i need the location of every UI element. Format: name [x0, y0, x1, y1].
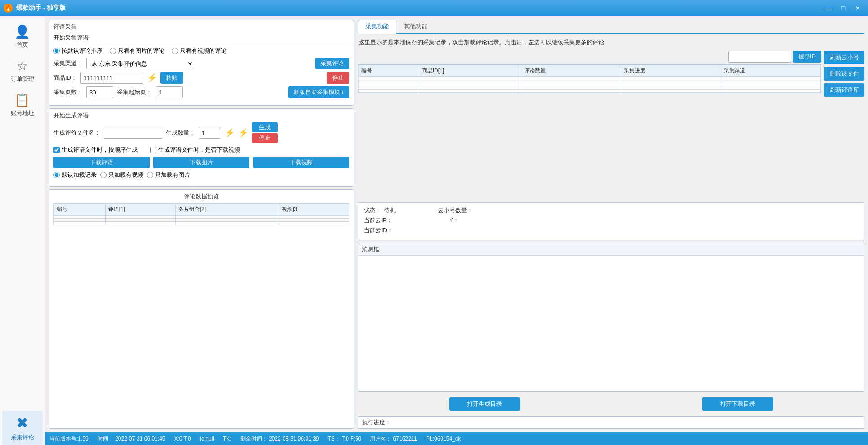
channel-label: 采集渠道：: [53, 59, 83, 67]
table-row: [359, 80, 821, 83]
stop-btn-2[interactable]: 停止: [252, 133, 278, 143]
generate-btn-group: 生成 停止: [252, 122, 278, 143]
new-module-btn[interactable]: 新版自助采集模块+: [288, 86, 349, 98]
collection-group: 评语采集 开始采集评语 按默认评论排序 只看有图片的评论: [49, 20, 354, 106]
load-video-radio[interactable]: [100, 172, 107, 178]
download-review-btn[interactable]: 下载评语: [53, 157, 150, 168]
maximize-button[interactable]: □: [837, 3, 850, 13]
checkbox-sequence[interactable]: 生成评语文件时，按顺序生成: [53, 146, 138, 154]
tk-label: TK:: [223, 436, 231, 442]
open-generate-dir-btn[interactable]: 打开生成目录: [449, 397, 520, 411]
load-video[interactable]: 只加载有视频: [100, 171, 143, 179]
search-btn[interactable]: 搜寻ID: [793, 51, 821, 63]
download-video-btn[interactable]: 下载视频: [253, 157, 349, 168]
ts-label: TS： T:0 F:50: [328, 435, 361, 443]
stop-btn-1[interactable]: 停止: [327, 72, 349, 84]
file-name-input[interactable]: [104, 127, 162, 139]
load-video-label: 只加载有视频: [108, 171, 143, 179]
cloud-ip-value: [395, 216, 431, 225]
collection-table-body: [359, 77, 821, 93]
remaining-label: 剩余时间： 2022-08-31 06:01:39: [240, 435, 319, 443]
product-id-row: 商品ID： ⚡ 粘贴 停止: [53, 72, 349, 84]
load-default[interactable]: 默认加载记录: [53, 171, 97, 179]
generate-count-input[interactable]: [199, 127, 221, 139]
tab-bar: 采集功能 其他功能: [358, 20, 864, 34]
cloud-ip-label: 当前云IP：: [364, 216, 392, 225]
load-options-row: 默认加载记录 只加载有视频 只加载有图片: [53, 171, 349, 179]
generate-count-label: 生成数量：: [166, 129, 195, 137]
open-download-dir-btn[interactable]: 打开下载目录: [702, 397, 773, 411]
load-image-radio[interactable]: [147, 172, 153, 178]
sidebar-item-account[interactable]: 📋 账号地址: [2, 89, 43, 121]
username-label: 用户名： 67162211: [370, 435, 417, 443]
right-side-buttons: 刷新云小号 删除该文件 刷新评语库: [824, 51, 864, 97]
sidebar-item-orders[interactable]: ☆ 订单管理: [2, 55, 43, 87]
tab-collect[interactable]: 采集功能: [358, 20, 396, 34]
pages-input[interactable]: [86, 86, 113, 98]
table-row: [54, 219, 349, 222]
minimize-button[interactable]: —: [822, 3, 836, 13]
product-id-input[interactable]: [80, 72, 143, 84]
checkbox-sequence-input[interactable]: [53, 147, 60, 153]
coll-col-no: 编号: [359, 65, 419, 77]
checkbox-sequence-label: 生成评语文件时，按顺序生成: [62, 146, 138, 154]
sidebar-label-account: 账号地址: [11, 109, 34, 117]
preview-table: 编号 评语[1] 图片组合[2] 视频[3]: [53, 203, 349, 225]
panels: 评语采集 开始采集评语 按默认评论排序 只看有图片的评论: [45, 16, 868, 432]
tab-other[interactable]: 其他功能: [396, 20, 435, 33]
sort-video-label: 只看有视频的评论: [180, 47, 227, 55]
load-image[interactable]: 只加载有图片: [147, 171, 190, 179]
cloud-count-label: 云小号数量：: [438, 207, 473, 215]
checkboxes-row: 生成评语文件时，按顺序生成 生成评语文件时，是否下载视频: [53, 146, 349, 154]
table-row: [359, 90, 821, 93]
checkbox-video-input[interactable]: [150, 147, 156, 153]
sidebar-item-collect[interactable]: ✖ 采集评论: [2, 411, 43, 445]
status-state-value: 待机: [384, 207, 420, 215]
sort-video-radio[interactable]: [172, 48, 178, 54]
pages-label: 采集页数：: [53, 88, 83, 96]
channel-select[interactable]: 从 京东 采集评价信息 从 淘宝 采集评价信息: [86, 58, 194, 69]
search-row: 搜寻ID: [358, 51, 821, 63]
paste-btn[interactable]: 粘贴: [160, 72, 183, 84]
status-cloud-count: 云小号数量：: [438, 207, 512, 215]
generate-btn[interactable]: 生成: [252, 122, 278, 132]
message-box-container: 消息框: [358, 243, 864, 392]
sort-image[interactable]: 只看有图片的评论: [110, 47, 165, 55]
sort-image-radio[interactable]: [110, 48, 116, 54]
start-page-label: 采集起始页：: [117, 88, 152, 96]
refresh-cloud-btn[interactable]: 刷新云小号: [824, 51, 864, 64]
lightning-icon-2: ⚡: [225, 128, 235, 138]
sidebar-label-orders: 订单管理: [11, 75, 34, 83]
product-id-label: 商品ID：: [53, 74, 77, 82]
refresh-review-btn[interactable]: 刷新评语库: [824, 83, 864, 97]
download-image-btn[interactable]: 下载图片: [153, 157, 249, 168]
pages-row: 采集页数： 采集起始页： 新版自助采集模块+: [53, 86, 349, 98]
checkbox-video[interactable]: 生成评语文件时，是否下载视频: [150, 146, 240, 154]
delete-file-btn[interactable]: 删除该文件: [824, 67, 864, 81]
table-row: [54, 222, 349, 225]
download-buttons-row: 下载评语 下载图片 下载视频: [53, 157, 349, 168]
collection-table-area: 编号 商品ID[1] 评论数量 采集进度 采集渠道: [358, 64, 821, 93]
generate-group: 开始生成评语 生成评价文件名： 生成数量： ⚡ ⚡ 生成 停止: [49, 108, 354, 187]
close-button[interactable]: ✕: [851, 3, 864, 13]
sort-default-label: 按默认评论排序: [62, 47, 102, 55]
preview-title: 评论数据预览: [53, 193, 349, 201]
search-input[interactable]: [728, 51, 791, 63]
sort-default[interactable]: 按默认评论排序: [53, 47, 102, 55]
version-label: 当前版本号:1.59: [49, 435, 89, 443]
progress-label: 执行进度：: [362, 419, 391, 426]
lightning-icon-3: ⚡: [238, 128, 248, 138]
xt-label: X:0 T:0: [174, 436, 191, 442]
collect-btn[interactable]: 采集评论: [315, 58, 349, 69]
sort-video[interactable]: 只看有视频的评论: [172, 47, 227, 55]
coll-col-channel: 采集渠道: [721, 65, 820, 77]
sort-radio-group: 按默认评论排序 只看有图片的评论 只看有视频的评论: [53, 47, 227, 55]
sort-default-radio[interactable]: [53, 48, 60, 54]
collection-table: 编号 商品ID[1] 评论数量 采集进度 采集渠道: [358, 65, 821, 93]
status-bar: 当前版本号:1.59 时间： 2022-07-31 06:01:45 X:0 T…: [45, 432, 868, 445]
sidebar-item-home[interactable]: 👤 首页: [2, 21, 43, 53]
window-controls: — □ ✕: [822, 3, 864, 13]
load-default-radio[interactable]: [53, 172, 60, 178]
start-page-input[interactable]: [156, 86, 183, 98]
cloud-count-value: [476, 207, 512, 215]
